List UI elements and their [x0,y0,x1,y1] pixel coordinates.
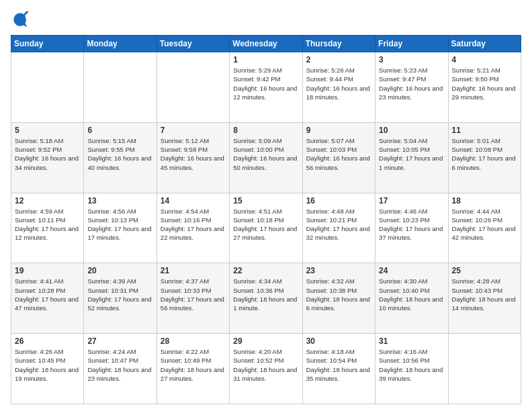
day-number: 5 [15,126,80,135]
day-info: Sunrise: 4:32 AM Sunset: 10:38 PM Daylig… [306,277,371,312]
day-info: Sunrise: 4:46 AM Sunset: 10:23 PM Daylig… [379,207,444,242]
calendar-cell: 12Sunrise: 4:59 AM Sunset: 10:11 PM Dayl… [11,193,84,263]
calendar-cell: 19Sunrise: 4:41 AM Sunset: 10:28 PM Dayl… [11,263,84,334]
day-number: 4 [452,55,517,64]
calendar-cell: 8Sunrise: 5:09 AM Sunset: 10:00 PM Dayli… [230,122,302,193]
calendar-cell: 4Sunrise: 5:21 AM Sunset: 9:50 PM Daylig… [448,52,521,123]
day-info: Sunrise: 5:29 AM Sunset: 9:42 PM Dayligh… [233,66,298,101]
day-number: 26 [15,336,80,346]
day-info: Sunrise: 5:04 AM Sunset: 10:05 PM Daylig… [379,136,444,172]
day-info: Sunrise: 4:51 AM Sunset: 10:18 PM Daylig… [233,207,298,242]
calendar-week-row: 26Sunrise: 4:26 AM Sunset: 10:45 PM Dayl… [11,334,521,404]
day-info: Sunrise: 4:37 AM Sunset: 10:33 PM Daylig… [161,277,226,312]
header [11,11,521,30]
weekday-header-monday: Monday [84,36,157,52]
calendar-cell: 3Sunrise: 5:23 AM Sunset: 9:47 PM Daylig… [375,52,448,123]
day-info: Sunrise: 4:30 AM Sunset: 10:40 PM Daylig… [379,277,444,312]
day-info: Sunrise: 4:39 AM Sunset: 10:31 PM Daylig… [87,277,152,312]
day-info: Sunrise: 5:09 AM Sunset: 10:00 PM Daylig… [233,136,298,172]
calendar-cell: 27Sunrise: 4:24 AM Sunset: 10:47 PM Dayl… [84,334,157,404]
day-number: 20 [87,266,152,275]
day-number: 30 [306,336,371,346]
calendar-cell: 18Sunrise: 4:44 AM Sunset: 10:26 PM Dayl… [448,193,521,263]
calendar-cell: 16Sunrise: 4:48 AM Sunset: 10:21 PM Dayl… [302,193,375,263]
day-info: Sunrise: 5:07 AM Sunset: 10:03 PM Daylig… [306,136,371,172]
calendar-cell [84,52,157,123]
weekday-header-saturday: Saturday [448,36,521,52]
calendar-cell: 14Sunrise: 4:54 AM Sunset: 10:16 PM Dayl… [157,193,229,263]
day-number: 12 [15,196,80,205]
calendar-cell [11,52,84,123]
day-number: 28 [161,336,226,346]
calendar-cell: 10Sunrise: 5:04 AM Sunset: 10:05 PM Dayl… [375,122,448,193]
calendar-cell: 15Sunrise: 4:51 AM Sunset: 10:18 PM Dayl… [230,193,302,263]
calendar-cell: 25Sunrise: 4:28 AM Sunset: 10:43 PM Dayl… [448,263,521,334]
day-info: Sunrise: 5:26 AM Sunset: 9:44 PM Dayligh… [306,66,371,101]
day-info: Sunrise: 4:20 AM Sunset: 10:52 PM Daylig… [233,347,298,383]
day-number: 24 [379,266,444,275]
logo-icon [11,11,30,30]
day-number: 6 [87,126,152,135]
calendar-cell: 9Sunrise: 5:07 AM Sunset: 10:03 PM Dayli… [302,122,375,193]
calendar-week-row: 5Sunrise: 5:18 AM Sunset: 9:52 PM Daylig… [11,122,521,193]
day-number: 25 [452,266,517,275]
calendar-cell: 6Sunrise: 5:15 AM Sunset: 9:55 PM Daylig… [84,122,157,193]
calendar-cell: 5Sunrise: 5:18 AM Sunset: 9:52 PM Daylig… [11,122,84,193]
calendar-cell: 1Sunrise: 5:29 AM Sunset: 9:42 PM Daylig… [230,52,302,123]
day-info: Sunrise: 4:18 AM Sunset: 10:54 PM Daylig… [306,347,371,383]
calendar-cell: 22Sunrise: 4:34 AM Sunset: 10:36 PM Dayl… [230,263,302,334]
day-info: Sunrise: 4:26 AM Sunset: 10:45 PM Daylig… [15,347,80,383]
day-number: 23 [306,266,371,275]
calendar-cell: 21Sunrise: 4:37 AM Sunset: 10:33 PM Dayl… [157,263,229,334]
calendar-cell: 11Sunrise: 5:01 AM Sunset: 10:08 PM Dayl… [448,122,521,193]
day-info: Sunrise: 5:21 AM Sunset: 9:50 PM Dayligh… [452,66,517,101]
weekday-header-row: SundayMondayTuesdayWednesdayThursdayFrid… [11,36,521,52]
day-number: 31 [379,336,444,346]
calendar-cell: 28Sunrise: 4:22 AM Sunset: 10:49 PM Dayl… [157,334,229,404]
calendar-cell: 20Sunrise: 4:39 AM Sunset: 10:31 PM Dayl… [84,263,157,334]
day-info: Sunrise: 4:41 AM Sunset: 10:28 PM Daylig… [15,277,80,312]
day-info: Sunrise: 5:18 AM Sunset: 9:52 PM Dayligh… [15,136,80,172]
day-number: 9 [306,126,371,135]
calendar-cell: 31Sunrise: 4:16 AM Sunset: 10:56 PM Dayl… [375,334,448,404]
day-number: 13 [87,196,152,205]
day-number: 29 [233,336,298,346]
calendar-week-row: 19Sunrise: 4:41 AM Sunset: 10:28 PM Dayl… [11,263,521,334]
day-number: 15 [233,196,298,205]
day-info: Sunrise: 4:48 AM Sunset: 10:21 PM Daylig… [306,207,371,242]
day-info: Sunrise: 5:01 AM Sunset: 10:08 PM Daylig… [452,136,517,172]
day-number: 7 [161,126,226,135]
day-number: 21 [161,266,226,275]
calendar-body: 1Sunrise: 5:29 AM Sunset: 9:42 PM Daylig… [11,52,521,404]
day-number: 11 [452,126,517,135]
weekday-header-wednesday: Wednesday [230,36,302,52]
day-info: Sunrise: 4:22 AM Sunset: 10:49 PM Daylig… [161,347,226,383]
day-info: Sunrise: 4:54 AM Sunset: 10:16 PM Daylig… [161,207,226,242]
day-info: Sunrise: 5:12 AM Sunset: 9:58 PM Dayligh… [161,136,226,172]
day-info: Sunrise: 5:23 AM Sunset: 9:47 PM Dayligh… [379,66,444,101]
calendar-cell [157,52,229,123]
calendar-cell: 30Sunrise: 4:18 AM Sunset: 10:54 PM Dayl… [302,334,375,404]
day-info: Sunrise: 5:15 AM Sunset: 9:55 PM Dayligh… [87,136,152,172]
calendar-cell: 23Sunrise: 4:32 AM Sunset: 10:38 PM Dayl… [302,263,375,334]
day-info: Sunrise: 4:16 AM Sunset: 10:56 PM Daylig… [379,347,444,383]
day-info: Sunrise: 4:34 AM Sunset: 10:36 PM Daylig… [233,277,298,312]
day-number: 22 [233,266,298,275]
day-number: 17 [379,196,444,205]
day-number: 1 [233,55,298,64]
day-number: 18 [452,196,517,205]
calendar-cell [448,334,521,404]
day-info: Sunrise: 4:44 AM Sunset: 10:26 PM Daylig… [452,207,517,242]
day-number: 14 [161,196,226,205]
day-number: 19 [15,266,80,275]
day-info: Sunrise: 4:56 AM Sunset: 10:13 PM Daylig… [87,207,152,242]
calendar-cell: 2Sunrise: 5:26 AM Sunset: 9:44 PM Daylig… [302,52,375,123]
calendar-table: SundayMondayTuesdayWednesdayThursdayFrid… [11,35,521,404]
calendar-header: SundayMondayTuesdayWednesdayThursdayFrid… [11,36,521,52]
calendar-cell: 17Sunrise: 4:46 AM Sunset: 10:23 PM Dayl… [375,193,448,263]
day-number: 3 [379,55,444,64]
day-number: 2 [306,55,371,64]
weekday-header-sunday: Sunday [11,36,84,52]
calendar-cell: 13Sunrise: 4:56 AM Sunset: 10:13 PM Dayl… [84,193,157,263]
day-info: Sunrise: 4:59 AM Sunset: 10:11 PM Daylig… [15,207,80,242]
